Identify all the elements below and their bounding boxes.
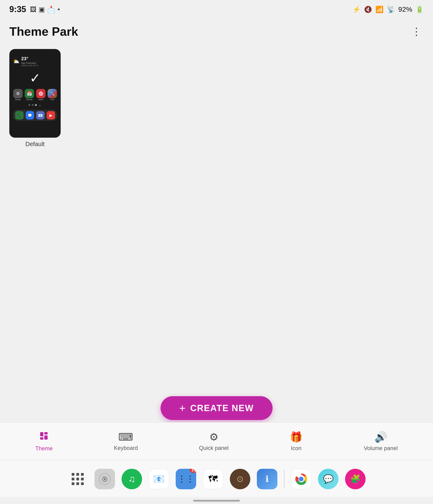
settings-label: Settings bbox=[15, 99, 21, 100]
wifi-icon: 📶 bbox=[375, 6, 384, 13]
keyboard-tab-icon: ⌨ bbox=[118, 431, 133, 443]
tools-label: Tools bbox=[50, 99, 54, 100]
camera-app[interactable] bbox=[94, 469, 115, 489]
bottom-navigation: Theme ⌨ Keyboard ⚙ Quick panel 🎁 Icon 🔊 … bbox=[0, 422, 433, 460]
dot-1 bbox=[28, 104, 30, 106]
quickpanel-tab-icon: ⚙ bbox=[209, 431, 218, 443]
create-plus-icon: + bbox=[179, 403, 185, 414]
message-status-icon: 📩 bbox=[47, 6, 55, 13]
calendar-label: Calendar bbox=[26, 99, 32, 100]
tab-quick-panel[interactable]: ⚙ Quick panel bbox=[194, 429, 233, 454]
chrome-app[interactable] bbox=[291, 469, 311, 489]
svg-rect-7 bbox=[103, 477, 105, 478]
theme-card-default[interactable]: ⛅ 23° San Francisco 24/09 12:45 AM ↻ ✓ ⚙… bbox=[9, 49, 61, 148]
battery-level: 92% bbox=[398, 5, 412, 13]
app-grid-badge: 19 bbox=[190, 469, 196, 473]
svg-point-10 bbox=[299, 477, 303, 481]
battery-icon: 🔋 bbox=[415, 6, 424, 13]
svg-rect-3 bbox=[44, 435, 48, 440]
bubble-app[interactable]: 💬 bbox=[318, 469, 339, 489]
status-right: ⚡ 🔇 📶 📡 92% 🔋 bbox=[352, 5, 424, 13]
status-left: 9:35 🖼 ▣ 📩 • bbox=[9, 4, 60, 14]
tab-keyboard[interactable]: ⌨ Keyboard bbox=[109, 429, 143, 454]
preview-app-tools: 🔧 Tools bbox=[47, 89, 57, 100]
tools-app-icon: 🔧 bbox=[48, 89, 57, 98]
camera-status-icon: 🖼 bbox=[30, 6, 36, 13]
preview-app-calendar: 📅 Calendar bbox=[25, 89, 34, 100]
info-app[interactable]: ℹ bbox=[257, 469, 277, 489]
grid-dots-icon bbox=[71, 472, 85, 486]
dot-3 bbox=[35, 104, 37, 106]
preview-app-settings: ⚙ Settings bbox=[13, 89, 23, 100]
tab-volume-panel[interactable]: 🔊 Volume panel bbox=[359, 429, 402, 454]
gmail-app[interactable]: 📧 bbox=[149, 469, 169, 489]
preview-apps-grid: ⚙ Settings 📅 Calendar 🌸 Gallery bbox=[13, 89, 57, 100]
icon-tab-label: Icon bbox=[291, 445, 301, 451]
mute-icon: 🔇 bbox=[364, 6, 372, 13]
screen-status-icon: ▣ bbox=[39, 6, 45, 13]
theme-card-label: Default bbox=[26, 140, 45, 148]
home-indicator bbox=[193, 500, 240, 502]
bottom-app-dock: ♫ 📧 ⋮⋮ 19 🗺 ⊙ ℹ 💬 🧩 bbox=[0, 461, 433, 497]
keyboard-tab-label: Keyboard bbox=[114, 445, 138, 451]
settings-app-icon: ⚙ bbox=[13, 89, 23, 98]
preview-dock: 📞 💬 📧 ▶ bbox=[13, 110, 57, 121]
checkmark-icon: ✓ bbox=[30, 71, 41, 86]
weather-date: 24/09 12:45 AM ↻ bbox=[21, 64, 38, 67]
svg-rect-1 bbox=[40, 437, 43, 440]
dot-status-icon: • bbox=[58, 6, 60, 13]
signal-icon: 📡 bbox=[387, 6, 395, 13]
weather-info: 23° San Francisco 24/09 12:45 AM ↻ bbox=[21, 56, 38, 67]
weather-icon: ⛅ bbox=[13, 58, 19, 64]
maps-app[interactable]: 🗺 bbox=[203, 469, 223, 489]
weather-widget: ⛅ 23° San Francisco 24/09 12:45 AM ↻ bbox=[13, 56, 57, 67]
app-drawer-button[interactable] bbox=[67, 469, 88, 489]
app-grid-icon[interactable]: ⋮⋮ 19 bbox=[176, 469, 196, 489]
dock-email-icon: 📧 bbox=[36, 111, 45, 119]
preview-checkmark: ✓ bbox=[13, 71, 57, 86]
gallery-app-icon: 🌸 bbox=[36, 89, 45, 98]
more-options-icon: ⋮ bbox=[411, 26, 422, 37]
quickpanel-tab-label: Quick panel bbox=[199, 445, 229, 451]
svg-rect-0 bbox=[40, 432, 43, 436]
svg-rect-2 bbox=[44, 432, 48, 434]
tab-theme[interactable]: Theme bbox=[31, 428, 57, 454]
create-new-label: CREATE NEW bbox=[190, 403, 254, 413]
puzzle-app[interactable]: 🧩 bbox=[345, 469, 366, 489]
create-new-button[interactable]: + CREATE NEW bbox=[161, 396, 272, 420]
dock-divider bbox=[284, 470, 284, 488]
dot-2 bbox=[32, 104, 34, 106]
icon-tab-icon: 🎁 bbox=[290, 431, 303, 443]
dock-youtube-icon: ▶ bbox=[47, 111, 55, 119]
weather-location: San Francisco bbox=[21, 62, 38, 64]
dot-add: + bbox=[38, 104, 42, 107]
status-bar: 9:35 🖼 ▣ 📩 • ⚡ 🔇 📶 📡 92% 🔋 bbox=[0, 0, 433, 19]
bluetooth-icon: ⚡ bbox=[352, 6, 361, 13]
weather-temp: 23° bbox=[21, 56, 38, 61]
theme-tab-label: Theme bbox=[35, 445, 53, 452]
gallery-label: Gallery bbox=[38, 99, 43, 100]
status-time: 9:35 bbox=[9, 4, 26, 14]
darksky-app[interactable]: ⊙ bbox=[230, 469, 250, 489]
top-app-bar: Theme Park ⋮ bbox=[0, 19, 433, 44]
more-options-button[interactable]: ⋮ bbox=[410, 25, 424, 38]
dock-phone-icon: 📞 bbox=[15, 111, 24, 119]
theme-preview: ⛅ 23° San Francisco 24/09 12:45 AM ↻ ✓ ⚙… bbox=[9, 49, 61, 138]
volumepanel-tab-icon: 🔊 bbox=[374, 431, 387, 443]
dock-messages-icon: 💬 bbox=[26, 111, 34, 119]
preview-app-gallery: 🌸 Gallery bbox=[36, 89, 45, 100]
volumepanel-tab-label: Volume panel bbox=[364, 445, 397, 451]
calendar-app-icon: 📅 bbox=[25, 89, 34, 98]
tab-icon[interactable]: 🎁 Icon bbox=[285, 429, 307, 454]
theme-tab-icon bbox=[39, 431, 49, 443]
svg-point-6 bbox=[104, 478, 106, 480]
status-icons: 🖼 ▣ 📩 • bbox=[30, 6, 60, 13]
main-content: ⛅ 23° San Francisco 24/09 12:45 AM ↻ ✓ ⚙… bbox=[0, 44, 433, 152]
page-dots: + bbox=[13, 104, 57, 107]
page-title: Theme Park bbox=[9, 25, 78, 38]
spotify-app[interactable]: ♫ bbox=[122, 469, 142, 489]
